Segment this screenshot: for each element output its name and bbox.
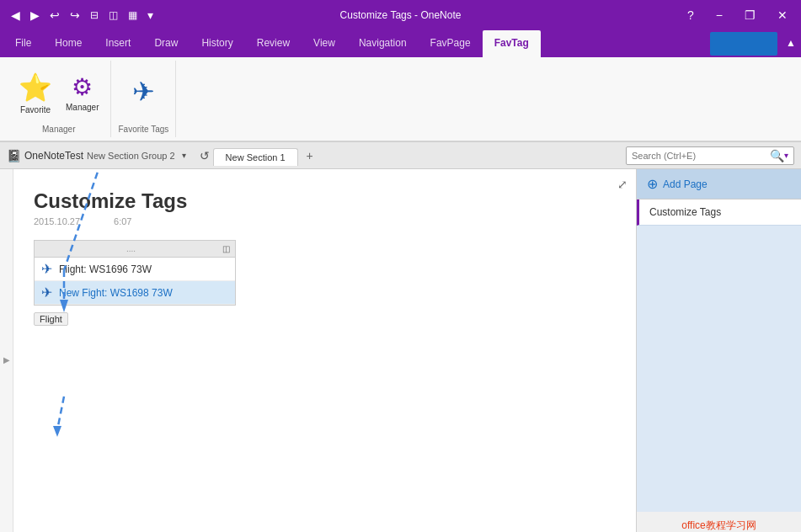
search-dropdown-arrow[interactable]: ▾ xyxy=(784,151,788,160)
table-row[interactable]: ✈ Flight: WS1696 73W xyxy=(35,258,235,281)
tab-navigation[interactable]: Navigation xyxy=(347,30,419,57)
page-date-area: 2015.10.27 6:07 xyxy=(34,216,616,226)
ribbon-group-manager: ⭐ Favorite ⚙ Manager Manager xyxy=(7,61,111,137)
ribbon: File Home Insert Draw History Review Vie… xyxy=(0,30,801,142)
row-text-1: Flight: WS1696 73W xyxy=(59,263,152,275)
table-resize-handle[interactable]: ◫ xyxy=(222,244,230,253)
row-text-2: New Fight: WS1698 73W xyxy=(59,287,173,299)
add-page-label: Add Page xyxy=(663,178,708,190)
watermark-line1: office教程学习网 xyxy=(643,519,794,532)
favorite-button[interactable]: ⭐ Favorite xyxy=(13,68,57,118)
undo-button[interactable]: ↩ xyxy=(45,7,64,24)
tab-favpage[interactable]: FavPage xyxy=(419,30,483,57)
search-icon[interactable]: 🔍 xyxy=(770,149,784,162)
quick-access-toolbar: ◀ ▶ ↩ ↪ ⊟ ◫ ▦ ▾ xyxy=(7,7,158,24)
notebook-nav: 📓 OneNoteTest New Section Group 2 ▾ ↺ Ne… xyxy=(0,142,801,169)
manager-buttons: ⭐ Favorite ⚙ Manager xyxy=(13,64,104,121)
help-button[interactable]: ? xyxy=(681,5,701,25)
left-margin-arrow[interactable]: ▶ xyxy=(3,355,10,364)
more-qat-button[interactable]: ▾ xyxy=(143,7,158,24)
tab-draw[interactable]: Draw xyxy=(142,30,190,57)
right-sidebar: ⊕ Add Page Customize Tags office教程学习网 ww… xyxy=(636,169,801,532)
airplane-row-icon-2: ✈ xyxy=(41,285,52,301)
redo-button[interactable]: ↪ xyxy=(66,7,84,24)
tag-label: Flight xyxy=(34,312,68,326)
tool1-button[interactable]: ◫ xyxy=(104,8,122,23)
svg-line-3 xyxy=(57,396,64,430)
manager-group-label: Manager xyxy=(42,125,75,134)
favtag-buttons: ✈ xyxy=(123,64,163,121)
ribbon-collapse-button[interactable]: ▲ xyxy=(781,30,801,57)
user-account-area[interactable] xyxy=(710,32,777,56)
tab-view[interactable]: View xyxy=(302,30,347,57)
page-date: 2015.10.27 xyxy=(34,216,80,226)
add-page-icon: ⊕ xyxy=(647,176,658,192)
refresh-button[interactable]: ↺ xyxy=(196,147,213,164)
restore-button[interactable]: ❐ xyxy=(738,5,762,25)
title-bar-left: ◀ ▶ ↩ ↪ ⊟ ◫ ▦ ▾ xyxy=(7,7,158,24)
favorite-label: Favorite xyxy=(20,105,51,114)
page-title: Customize Tags xyxy=(34,189,616,213)
star-icon: ⭐ xyxy=(19,72,52,104)
favtag-flight-button[interactable]: ✈ xyxy=(123,72,163,113)
page-content: ⤢ Customize Tags 2015.10.27 6:07 .... ◫ … xyxy=(13,169,636,532)
left-margin: ▶ xyxy=(0,169,13,532)
sidebar-empty-area xyxy=(637,226,801,512)
title-bar: ◀ ▶ ↩ ↪ ⊟ ◫ ▦ ▾ Customize Tags - OneNote… xyxy=(0,0,801,30)
page-time: 6:07 xyxy=(114,216,131,226)
search-input[interactable] xyxy=(632,151,770,161)
favtags-group-label: Favorite Tags xyxy=(118,125,168,134)
back-button[interactable]: ◀ xyxy=(7,7,24,24)
tab-home[interactable]: Home xyxy=(43,30,93,57)
svg-marker-4 xyxy=(53,426,61,437)
tab-favtag[interactable]: FavTag xyxy=(483,30,541,57)
content-table: .... ◫ ✈ Flight: WS1696 73W ✈ New Fight:… xyxy=(34,240,236,306)
watermark: office教程学习网 www.office68.com xyxy=(637,512,801,532)
manager-icon: ⚙ xyxy=(72,73,93,101)
table-header: .... ◫ xyxy=(35,241,235,258)
sidebar-page-customize-tags[interactable]: Customize Tags xyxy=(637,200,801,226)
airplane-row-icon-1: ✈ xyxy=(41,261,52,277)
main-area: ▶ ⤢ Customize Tags 2015.10.27 6:07 .... … xyxy=(0,169,801,532)
tab-history[interactable]: History xyxy=(190,30,244,57)
expand-button[interactable]: ⤢ xyxy=(617,178,627,191)
table-row-selected[interactable]: ✈ New Fight: WS1698 73W xyxy=(35,281,235,305)
dock-button[interactable]: ⊟ xyxy=(86,8,103,23)
ribbon-content: ⭐ Favorite ⚙ Manager Manager ✈ Favorite … xyxy=(0,57,801,141)
notebook-icon: 📓 xyxy=(7,149,21,162)
forward-button[interactable]: ▶ xyxy=(26,7,44,24)
close-button[interactable]: ✕ xyxy=(771,5,794,25)
nav-dropdown-arrow[interactable]: ▾ xyxy=(179,149,190,162)
section-tab-new-section-1[interactable]: New Section 1 xyxy=(213,148,298,166)
window-controls: ? − ❐ ✕ xyxy=(681,5,794,25)
tab-review[interactable]: Review xyxy=(245,30,302,57)
window-title: Customize Tags - OneNote xyxy=(340,9,462,21)
section-tabs: New Section 1 + xyxy=(213,146,626,166)
notebook-name[interactable]: OneNoteTest xyxy=(24,150,83,162)
notebook-name-area: 📓 OneNoteTest New Section Group 2 ▾ xyxy=(7,149,190,162)
tab-file[interactable]: File xyxy=(3,30,43,57)
manager-label: Manager xyxy=(66,103,99,112)
tool2-button[interactable]: ▦ xyxy=(124,8,142,23)
add-section-button[interactable]: + xyxy=(300,146,320,166)
add-page-button[interactable]: ⊕ Add Page xyxy=(637,169,801,200)
minimize-button[interactable]: − xyxy=(709,5,729,25)
table-move-handle[interactable]: .... xyxy=(40,244,222,253)
manager-button[interactable]: ⚙ Manager xyxy=(61,70,104,115)
tab-insert[interactable]: Insert xyxy=(93,30,142,57)
ribbon-tabs: File Home Insert Draw History Review Vie… xyxy=(0,30,801,57)
airplane-icon: ✈ xyxy=(132,76,155,108)
ribbon-group-favtags: ✈ Favorite Tags xyxy=(111,61,176,137)
search-box[interactable]: 🔍 ▾ xyxy=(626,146,794,165)
notebook-section[interactable]: New Section Group 2 xyxy=(87,151,175,161)
